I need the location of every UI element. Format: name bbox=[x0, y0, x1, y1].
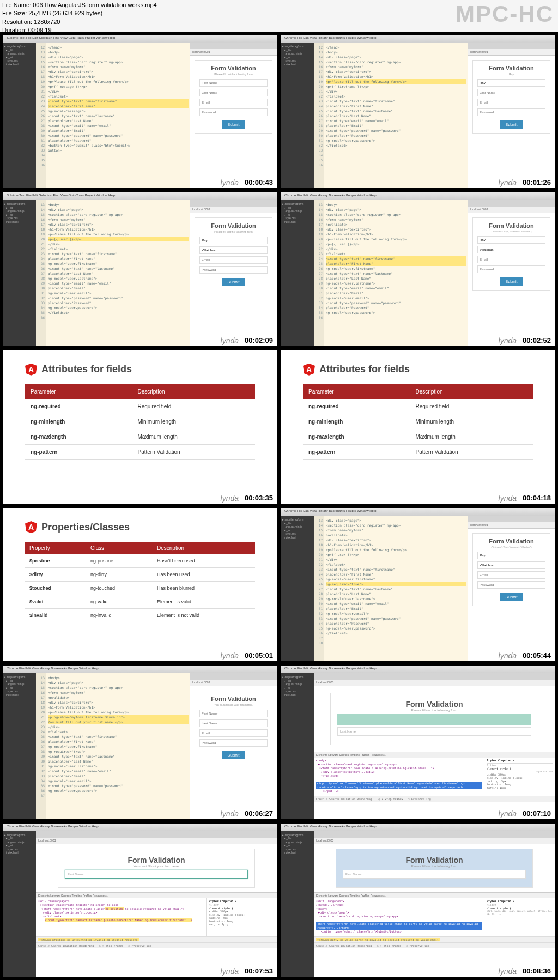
angular-icon bbox=[25, 521, 37, 533]
angular-icon bbox=[25, 364, 37, 376]
submit-button[interactable]: Submit bbox=[222, 120, 245, 129]
file-name: File Name: 006 How AngularJS form valida… bbox=[2, 1, 157, 9]
form-classes: form.ng-dirty ng-valid-parse ng-invalid … bbox=[316, 938, 440, 941]
thumb-2: Chrome File Edit View History Bookmarks … bbox=[281, 35, 555, 188]
menubar: Sublime Text File Edit Selection Find Vi… bbox=[3, 35, 277, 43]
last-name-input[interactable] bbox=[199, 89, 268, 96]
slide-title: Properties/Classes bbox=[41, 522, 130, 533]
thumbnail-grid: Sublime Text File Edit Selection Find Vi… bbox=[3, 35, 555, 977]
thumb-6: Attributes for fields ParameterDescripti… bbox=[281, 350, 555, 504]
file-duration: Duration: 00:09:19 bbox=[2, 26, 157, 34]
thumb-9: Chrome File Edit View History Bookmarks … bbox=[3, 666, 277, 819]
thumb-3: Sublime Text File Edit Selection Find Vi… bbox=[3, 192, 277, 346]
thumb-10: Chrome File Edit View History Bookmarks … bbox=[281, 666, 555, 819]
file-size: File Size: 25,4 MB (26 634 929 bytes) bbox=[2, 9, 157, 17]
thumb-4: Chrome File Edit View History Bookmarks … bbox=[281, 192, 555, 346]
attributes-table: ParameterDescription ng-requiredRequired… bbox=[25, 384, 255, 460]
devtools-panel[interactable]: Elements Network Sources Timeline Profil… bbox=[314, 752, 555, 802]
file-resolution: Resolution: 1280x720 bbox=[2, 18, 157, 26]
form-title: Form Validation bbox=[199, 65, 268, 71]
form-classes: form.ng-pristine ng-untouched ng-invalid… bbox=[38, 938, 139, 941]
thumb-1: Sublime Text File Edit Selection Find Vi… bbox=[3, 35, 277, 188]
thumb-5: Attributes for fields ParameterDescripti… bbox=[3, 350, 277, 504]
thumb-12: Chrome File Edit View History Bookmarks … bbox=[281, 824, 555, 977]
slide-title: Attributes for fields bbox=[41, 364, 132, 375]
file-info-header: File Name: 006 How AngularJS form valida… bbox=[2, 1, 157, 35]
player-watermark: MPC-HC bbox=[456, 1, 554, 27]
email-input[interactable] bbox=[199, 99, 268, 106]
code-editor: 1213141516171819202122232425262728293031… bbox=[36, 43, 190, 188]
thumb-11: Chrome File Edit View History Bookmarks … bbox=[3, 824, 277, 977]
file-tree: ▸ angularregform ▸ _ lib angular.min.js … bbox=[3, 43, 36, 188]
browser-preview: localhost:8003 Form Validation Please fi… bbox=[190, 43, 277, 188]
angular-icon bbox=[303, 364, 315, 376]
thumb-7: Properties/Classes PropertyClassDescript… bbox=[3, 508, 277, 661]
properties-table: PropertyClassDescription $pristineng-pri… bbox=[25, 542, 255, 622]
password-input[interactable] bbox=[199, 108, 268, 116]
inspector-highlight bbox=[337, 714, 531, 725]
thumb-8: Chrome File Edit View History Bookmarks … bbox=[281, 508, 555, 661]
devtools-tabs[interactable]: Elements Network Sources Timeline Profil… bbox=[314, 752, 555, 758]
timestamp: 00:00:43 bbox=[243, 178, 275, 187]
first-name-input[interactable] bbox=[199, 79, 268, 87]
